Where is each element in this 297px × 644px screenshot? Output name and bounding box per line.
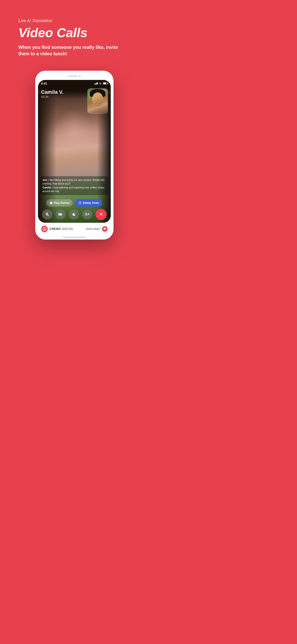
action-buttons: Play Games Safety Tools xyxy=(38,199,111,206)
status-icons xyxy=(94,82,108,85)
end-call-icon: ✕ xyxy=(100,212,102,216)
brand-name: CREMA SOCIAL xyxy=(50,227,74,230)
jon-message: I like hiking and trying out new recipes… xyxy=(42,178,105,185)
chat-overlay: Jon: I like hiking and trying out new re… xyxy=(40,176,108,195)
phone-mockup: 9:41 xyxy=(35,71,114,240)
hero-section: Live AI Translation Video Calls When you… xyxy=(0,0,148,64)
help-text: Need Help? xyxy=(86,227,100,230)
brand-logo xyxy=(41,226,48,232)
camila-label: Camila: xyxy=(42,186,52,189)
hero-description: When you find someone you really like, i… xyxy=(18,44,129,57)
translate-button[interactable]: 文A xyxy=(82,209,92,220)
notch-bar xyxy=(68,76,78,76)
caller-name: Camila V. xyxy=(41,89,64,95)
signal-icon xyxy=(94,82,98,84)
self-view-thumbnail xyxy=(87,88,108,114)
notch-dot xyxy=(79,75,80,77)
game-icon xyxy=(50,201,53,204)
phone-top xyxy=(38,74,111,80)
safety-tools-label: Safety Tools xyxy=(83,201,99,204)
battery-icon xyxy=(103,82,108,84)
flip-camera-button[interactable] xyxy=(69,209,79,220)
home-indicator xyxy=(38,235,111,240)
call-duration: 02:35 xyxy=(41,95,64,98)
home-bar xyxy=(63,237,86,238)
phone-footer: CREMA SOCIAL Need Help? xyxy=(38,223,111,235)
help-section: Need Help? xyxy=(86,226,107,232)
mic-off-icon xyxy=(45,212,49,216)
flip-icon xyxy=(72,212,76,216)
control-bar: 文A ✕ xyxy=(38,209,111,220)
brand-section: CREMA SOCIAL xyxy=(41,226,74,232)
chat-bubble-icon[interactable] xyxy=(102,226,108,232)
shield-icon xyxy=(78,201,82,204)
logo-icon xyxy=(42,227,46,231)
page-wrapper: Live AI Translation Video Calls When you… xyxy=(0,0,148,249)
phone-screen: 9:41 xyxy=(38,80,111,223)
mute-button[interactable] xyxy=(42,209,52,220)
translate-icon: 文A xyxy=(85,212,90,216)
phone-wrapper: 9:41 xyxy=(0,71,148,240)
status-time: 9:41 xyxy=(41,82,47,85)
main-title: Video Calls xyxy=(18,26,130,40)
play-games-label: Play Games xyxy=(54,201,70,204)
play-games-button[interactable]: Play Games xyxy=(46,199,73,206)
jon-label: Jon: xyxy=(42,178,48,181)
video-off-button[interactable] xyxy=(56,209,66,220)
subtitle-tag: Live AI Translation xyxy=(18,18,130,23)
camera-off-icon xyxy=(58,212,62,216)
chat-icon xyxy=(103,228,106,230)
end-call-button[interactable]: ✕ xyxy=(96,209,106,220)
status-bar: 9:41 xyxy=(38,80,111,86)
safety-tools-button[interactable]: Safety Tools xyxy=(75,199,102,206)
notch xyxy=(63,74,86,78)
call-info: Camila V. 02:35 xyxy=(41,89,64,98)
wifi-icon xyxy=(99,82,102,85)
